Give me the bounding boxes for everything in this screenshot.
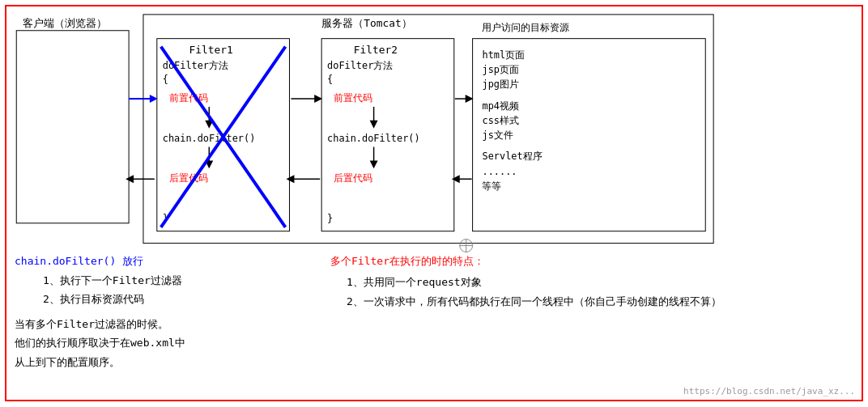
bottom-right: 多个Filter在执行的时的特点： 1、共用同一个request对象 2、一次请… (330, 254, 853, 309)
svg-text:后置代码: 后置代码 (169, 172, 208, 184)
multi-line1: 他们的执行顺序取决于在web.xml中 (15, 333, 314, 352)
svg-text:后置代码: 后置代码 (334, 172, 372, 184)
multi-line2: 从上到下的配置顺序。 (15, 353, 314, 371)
item2: 2、执行目标资源代码 (43, 292, 314, 307)
svg-text:chain.doFilter(): chain.doFilter() (327, 133, 420, 144)
svg-text:{: { (327, 74, 333, 85)
svg-line-16 (161, 47, 286, 227)
svg-marker-52 (452, 175, 460, 183)
svg-text:js文件: js文件 (483, 129, 513, 141)
svg-marker-13 (205, 160, 213, 168)
svg-text:}: } (327, 213, 333, 224)
svg-text:Filter2: Filter2 (354, 44, 398, 56)
svg-text:}: } (163, 213, 168, 224)
svg-marker-44 (314, 95, 322, 103)
multi-title: 当有多个Filter过滤器的时候。 (15, 315, 314, 333)
svg-marker-10 (205, 121, 213, 129)
svg-text:客户端（浏览器）: 客户端（浏览器） (23, 17, 107, 29)
svg-marker-24 (370, 121, 378, 129)
svg-text:chain.doFilter(): chain.doFilter() (163, 133, 256, 144)
svg-text:css样式: css样式 (483, 115, 519, 126)
svg-marker-46 (466, 95, 474, 103)
svg-text:doFilter方法: doFilter方法 (163, 60, 228, 71)
svg-text:Servlet程序: Servlet程序 (483, 151, 542, 162)
svg-text:{: { (163, 74, 168, 85)
main-container: 客户端（浏览器） 服务器（Tomcat） Filter1 doFilter方法 … (5, 5, 863, 401)
svg-marker-48 (126, 175, 134, 183)
svg-rect-18 (321, 39, 454, 231)
svg-text:等等: 等等 (483, 180, 502, 192)
svg-marker-50 (287, 175, 295, 183)
svg-text:doFilter方法: doFilter方法 (327, 60, 393, 71)
svg-text:jpg图片: jpg图片 (483, 78, 519, 90)
svg-rect-0 (16, 31, 129, 223)
svg-rect-4 (157, 39, 290, 231)
right-item1: 1、共用同一个request对象 (347, 275, 853, 290)
svg-marker-27 (370, 160, 378, 168)
bottom-left: chain.doFilter() 放行 1、执行下一个Filter过滤器 2、执… (15, 254, 314, 371)
svg-text:服务器（Tomcat）: 服务器（Tomcat） (321, 17, 412, 29)
right-item2: 2、一次请求中，所有代码都执行在同一个线程中（你自己手动创建的线程不算） (347, 295, 853, 309)
svg-text:jsp页面: jsp页面 (483, 64, 519, 75)
svg-text:前置代码: 前置代码 (334, 92, 372, 104)
svg-rect-2 (143, 15, 713, 244)
svg-text:用户访问的目标资源: 用户访问的目标资源 (483, 22, 570, 33)
item1: 1、执行下一个Filter过滤器 (43, 273, 314, 288)
watermark: https://blog.csdn.net/java_xz... (683, 386, 855, 396)
bottom-area: chain.doFilter() 放行 1、执行下一个Filter过滤器 2、执… (15, 254, 853, 396)
svg-text:前置代码: 前置代码 (169, 92, 208, 104)
svg-text:html页面: html页面 (483, 49, 525, 61)
svg-line-17 (161, 47, 286, 227)
svg-marker-42 (150, 95, 158, 103)
svg-rect-30 (473, 39, 706, 231)
right-title: 多个Filter在执行的时的特点： (330, 254, 853, 269)
svg-text:mp4视频: mp4视频 (483, 100, 519, 112)
chain-title: chain.doFilter() 放行 (15, 254, 314, 269)
svg-text:......: ...... (483, 166, 517, 177)
svg-point-53 (460, 240, 473, 252)
svg-text:Filter1: Filter1 (189, 44, 232, 56)
